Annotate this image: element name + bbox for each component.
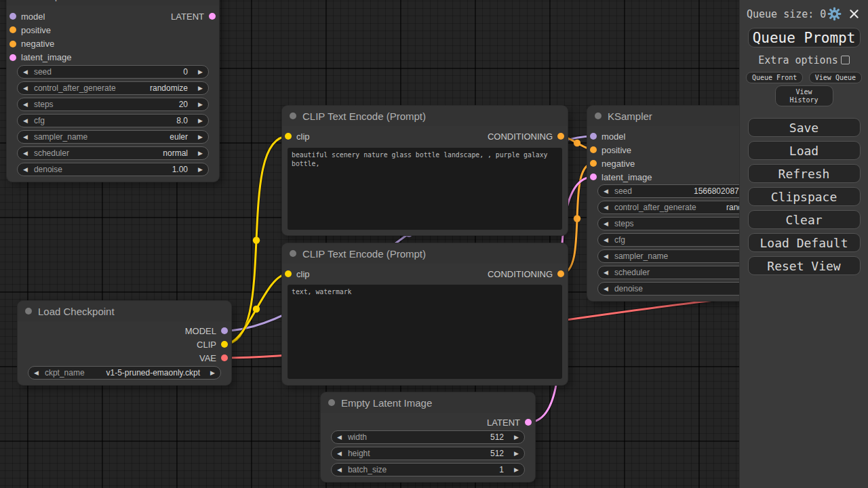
port-LATENT-icon[interactable] bbox=[209, 13, 216, 20]
port-model-icon[interactable] bbox=[9, 13, 16, 20]
widget-label: ckpt_name bbox=[45, 368, 85, 378]
widget-increment-icon[interactable]: ▶ bbox=[198, 117, 203, 124]
save-button[interactable]: Save bbox=[748, 118, 861, 137]
widget-decrement-icon[interactable]: ◀ bbox=[604, 204, 608, 211]
gear-icon[interactable] bbox=[827, 7, 842, 21]
port-negative-icon[interactable] bbox=[9, 41, 16, 47]
widget-increment-icon[interactable]: ▶ bbox=[514, 434, 519, 441]
widget-increment-icon[interactable]: ▶ bbox=[210, 369, 215, 376]
prompt-textarea[interactable]: text, watermark bbox=[288, 285, 562, 379]
port-CLIP-icon[interactable] bbox=[221, 341, 228, 348]
widget-decrement-icon[interactable]: ◀ bbox=[23, 85, 28, 92]
collapse-dot-icon[interactable] bbox=[25, 308, 32, 314]
port-latent_image-icon[interactable] bbox=[590, 174, 597, 180]
widget-decrement-icon[interactable]: ◀ bbox=[604, 220, 608, 227]
node-title-bar[interactable]: KSampler bbox=[7, 0, 219, 5]
node-clip-text-encode-positive[interactable]: CLIP Text Encode (Prompt) beautiful scen… bbox=[282, 106, 568, 235]
widget-decrement-icon[interactable]: ◀ bbox=[337, 466, 342, 473]
widget-increment-icon[interactable]: ▶ bbox=[198, 150, 203, 157]
widget-control_after_generate[interactable]: ◀control_after_generaterandomize▶ bbox=[17, 81, 209, 95]
widget-decrement-icon[interactable]: ◀ bbox=[337, 450, 342, 457]
widget-width[interactable]: ◀width512▶ bbox=[331, 430, 525, 444]
widget-increment-icon[interactable]: ▶ bbox=[514, 466, 519, 473]
port-positive-icon[interactable] bbox=[9, 26, 16, 33]
slot-label: positive bbox=[601, 145, 631, 155]
reset-view-button[interactable]: Reset View bbox=[748, 256, 861, 275]
port-latent_image-icon[interactable] bbox=[9, 54, 16, 61]
load-default-button[interactable]: Load Default bbox=[748, 233, 861, 252]
widget-decrement-icon[interactable]: ◀ bbox=[23, 166, 28, 173]
port-LATENT-icon[interactable] bbox=[525, 419, 532, 426]
widget-increment-icon[interactable]: ▶ bbox=[198, 85, 203, 92]
widget-decrement-icon[interactable]: ◀ bbox=[23, 101, 28, 108]
port-CONDITIONING-icon[interactable] bbox=[557, 270, 564, 277]
widget-label: seed bbox=[34, 67, 52, 77]
widget-scheduler[interactable]: ◀schedulernormal▶ bbox=[17, 146, 209, 160]
widget-decrement-icon[interactable]: ◀ bbox=[23, 117, 28, 124]
widget-decrement-icon[interactable]: ◀ bbox=[34, 369, 39, 376]
link-midpoint-dot bbox=[253, 237, 260, 243]
widget-steps[interactable]: ◀steps20▶ bbox=[17, 98, 209, 111]
widget-decrement-icon[interactable]: ◀ bbox=[604, 188, 608, 195]
widget-height[interactable]: ◀height512▶ bbox=[331, 447, 525, 460]
node-title-bar[interactable]: CLIP Text Encode (Prompt) bbox=[282, 106, 568, 126]
close-icon[interactable] bbox=[849, 9, 859, 19]
widget-decrement-icon[interactable]: ◀ bbox=[23, 150, 28, 157]
widget-seed[interactable]: ◀seed0▶ bbox=[17, 65, 209, 79]
refresh-button[interactable]: Refresh bbox=[748, 164, 861, 183]
load-button[interactable]: Load bbox=[748, 141, 861, 160]
port-MODEL-icon[interactable] bbox=[221, 327, 228, 334]
widget-decrement-icon[interactable]: ◀ bbox=[604, 285, 608, 292]
slot-label: clip bbox=[296, 269, 310, 279]
widget-increment-icon[interactable]: ▶ bbox=[198, 101, 203, 108]
slot-LATENT: LATENT bbox=[171, 10, 216, 22]
widget-label: cfg bbox=[614, 235, 625, 245]
slot-positive: positive bbox=[590, 144, 631, 156]
port-VAE-icon[interactable] bbox=[221, 354, 228, 361]
collapse-dot-icon[interactable] bbox=[290, 250, 296, 257]
node-clip-text-encode-negative[interactable]: CLIP Text Encode (Prompt) text, watermar… bbox=[282, 243, 568, 385]
widget-decrement-icon[interactable]: ◀ bbox=[337, 434, 342, 441]
node-title-bar[interactable]: CLIP Text Encode (Prompt) bbox=[282, 243, 568, 264]
port-clip-icon[interactable] bbox=[285, 270, 292, 277]
widget-label: scheduler bbox=[614, 268, 650, 277]
widget-cfg[interactable]: ◀cfg8.0▶ bbox=[17, 114, 209, 127]
widget-denoise[interactable]: ◀denoise1.00▶ bbox=[17, 163, 209, 176]
view-history-button[interactable]: View History bbox=[775, 85, 833, 106]
clear-button[interactable]: Clear bbox=[748, 210, 861, 229]
widget-decrement-icon[interactable]: ◀ bbox=[604, 237, 608, 243]
node-ksampler-left[interactable]: KSampler modelpositivenegativelatent_ima… bbox=[7, 0, 219, 182]
widget-sampler_name[interactable]: ◀sampler_nameeuler▶ bbox=[17, 130, 209, 144]
comfyui-canvas[interactable]: { "colors": { "model": "#B39DDB", "clip"… bbox=[0, 0, 868, 488]
widget-decrement-icon[interactable]: ◀ bbox=[23, 134, 28, 140]
port-negative-icon[interactable] bbox=[590, 160, 597, 167]
widget-decrement-icon[interactable]: ◀ bbox=[23, 68, 28, 75]
widget-increment-icon[interactable]: ▶ bbox=[198, 166, 203, 173]
widget-label: steps bbox=[614, 219, 634, 228]
collapse-dot-icon[interactable] bbox=[328, 399, 335, 406]
port-clip-icon[interactable] bbox=[285, 133, 292, 140]
port-model-icon[interactable] bbox=[590, 133, 597, 140]
node-load-checkpoint[interactable]: Load Checkpoint MODELCLIPVAE◀ckpt_namev1… bbox=[18, 301, 231, 385]
node-title-bar[interactable]: Load Checkpoint bbox=[18, 301, 231, 321]
widget-batch_size[interactable]: ◀batch_size1▶ bbox=[331, 463, 525, 476]
port-CONDITIONING-icon[interactable] bbox=[557, 133, 564, 140]
port-positive-icon[interactable] bbox=[590, 146, 597, 153]
extra-options-checkbox[interactable] bbox=[841, 56, 850, 64]
node-title-bar[interactable]: Empty Latent Image bbox=[321, 392, 535, 413]
node-empty-latent-image[interactable]: Empty Latent Image LATENT◀width512▶◀heig… bbox=[321, 392, 535, 482]
collapse-dot-icon[interactable] bbox=[595, 113, 601, 119]
queue-front-button[interactable]: Queue Front bbox=[746, 72, 803, 83]
widget-ckpt_name[interactable]: ◀ckpt_namev1-5-pruned-emaonly.ckpt▶ bbox=[28, 366, 221, 380]
prompt-textarea[interactable]: beautiful scenery nature glass bottle la… bbox=[288, 148, 562, 230]
widget-decrement-icon[interactable]: ◀ bbox=[604, 253, 608, 260]
collapse-dot-icon[interactable] bbox=[290, 113, 296, 119]
clipspace-button[interactable]: Clipspace bbox=[748, 187, 861, 206]
widget-increment-icon[interactable]: ▶ bbox=[198, 134, 203, 140]
widget-increment-icon[interactable]: ▶ bbox=[198, 68, 203, 75]
widget-value: v1-5-pruned-emaonly.ckpt bbox=[106, 368, 200, 378]
widget-increment-icon[interactable]: ▶ bbox=[514, 450, 519, 457]
view-queue-button[interactable]: View Queue bbox=[809, 72, 862, 83]
queue-prompt-button[interactable]: Queue Prompt bbox=[748, 28, 861, 47]
widget-decrement-icon[interactable]: ◀ bbox=[604, 269, 608, 276]
